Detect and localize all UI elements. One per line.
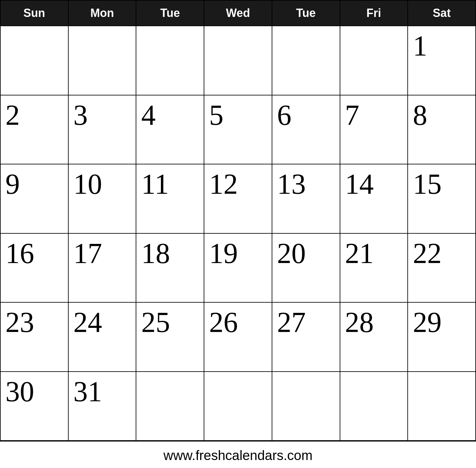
day-cell-4-5: 28 xyxy=(340,302,408,372)
week-row-4: 23242526272829 xyxy=(0,302,476,372)
week-row-2: 9101112131415 xyxy=(0,164,476,233)
day-cell-1-1: 3 xyxy=(68,95,136,164)
day-cell-1-2: 4 xyxy=(136,95,204,164)
day-cell-1-5: 7 xyxy=(340,95,408,164)
day-cell-5-6 xyxy=(408,372,476,441)
day-cell-3-5: 21 xyxy=(340,233,408,303)
day-cell-3-1: 17 xyxy=(68,233,136,303)
header-fri: Fri xyxy=(340,0,408,26)
day-cell-1-6: 8 xyxy=(408,95,476,164)
header-wed: Wed xyxy=(204,0,272,26)
day-cell-5-2 xyxy=(136,372,204,441)
calendar-body: 1234567891011121314151617181920212223242… xyxy=(0,26,476,441)
week-row-0: 1 xyxy=(0,26,476,95)
calendar-wrapper: Sun Mon Tue Wed Tue Fri Sat 123456789101… xyxy=(0,0,476,468)
day-cell-2-6: 15 xyxy=(408,164,476,233)
day-cell-0-5 xyxy=(340,26,408,95)
day-cell-4-0: 23 xyxy=(0,302,68,372)
day-cell-2-3: 12 xyxy=(204,164,272,233)
day-cell-4-1: 24 xyxy=(68,302,136,372)
week-row-1: 2345678 xyxy=(0,95,476,164)
day-cell-0-6: 1 xyxy=(408,26,476,95)
week-row-3: 16171819202122 xyxy=(0,233,476,303)
header-row: Sun Mon Tue Wed Tue Fri Sat xyxy=(0,0,476,26)
calendar-table: Sun Mon Tue Wed Tue Fri Sat 123456789101… xyxy=(0,0,476,441)
header-tue2: Tue xyxy=(272,0,340,26)
header-mon: Mon xyxy=(68,0,136,26)
day-cell-1-4: 6 xyxy=(272,95,340,164)
day-cell-3-3: 19 xyxy=(204,233,272,303)
day-cell-0-2 xyxy=(136,26,204,95)
day-cell-3-0: 16 xyxy=(0,233,68,303)
day-cell-4-2: 25 xyxy=(136,302,204,372)
day-cell-1-0: 2 xyxy=(0,95,68,164)
day-cell-5-5 xyxy=(340,372,408,441)
header-sun: Sun xyxy=(0,0,68,26)
day-cell-3-6: 22 xyxy=(408,233,476,303)
footer-url: www.freshcalendars.com xyxy=(0,441,476,468)
day-cell-2-4: 13 xyxy=(272,164,340,233)
day-cell-4-4: 27 xyxy=(272,302,340,372)
day-cell-1-3: 5 xyxy=(204,95,272,164)
day-cell-2-2: 11 xyxy=(136,164,204,233)
header-sat: Sat xyxy=(408,0,476,26)
day-cell-0-3 xyxy=(204,26,272,95)
day-cell-2-0: 9 xyxy=(0,164,68,233)
day-cell-0-1 xyxy=(68,26,136,95)
day-cell-3-4: 20 xyxy=(272,233,340,303)
day-cell-2-1: 10 xyxy=(68,164,136,233)
day-cell-5-3 xyxy=(204,372,272,441)
day-cell-4-6: 29 xyxy=(408,302,476,372)
day-cell-2-5: 14 xyxy=(340,164,408,233)
day-cell-5-0: 30 xyxy=(0,372,68,441)
day-cell-0-4 xyxy=(272,26,340,95)
day-cell-5-4 xyxy=(272,372,340,441)
day-cell-0-0 xyxy=(0,26,68,95)
week-row-5: 3031 xyxy=(0,372,476,441)
day-cell-5-1: 31 xyxy=(68,372,136,441)
day-cell-3-2: 18 xyxy=(136,233,204,303)
header-tue1: Tue xyxy=(136,0,204,26)
day-cell-4-3: 26 xyxy=(204,302,272,372)
